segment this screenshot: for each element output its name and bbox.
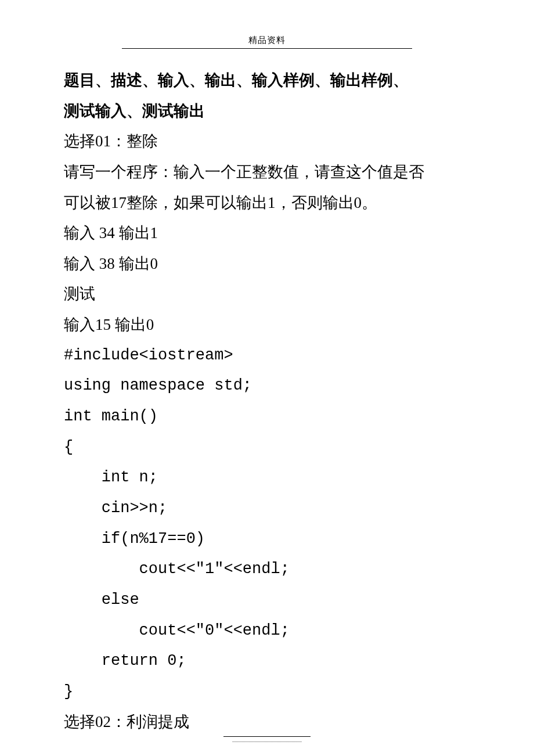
header-label: 精品资料 xyxy=(122,35,412,49)
code-line: return 0; xyxy=(64,646,470,676)
heading-line-1: 题目、描述、输入、输出、输入样例、输出样例、 xyxy=(64,65,470,96)
body-line: 输入 38 输出0 xyxy=(64,249,470,279)
body-line: 选择02：利润提成 xyxy=(64,707,470,737)
body-line: 输入 34 输出1 xyxy=(64,218,470,249)
code-line: if(n%17==0) xyxy=(64,524,470,555)
code-line: cout<<"1"<<endl; xyxy=(64,554,470,585)
body-line: 输入15 输出0 xyxy=(64,309,470,340)
code-line: #include<iostream> xyxy=(64,340,470,371)
document-page: 精品资料 题目、描述、输入、输出、输入样例、输出样例、 测试输入、测试输出 选择… xyxy=(0,0,534,756)
code-line: cout<<"0"<<endl; xyxy=(64,615,470,646)
code-line: int n; xyxy=(64,462,470,493)
code-line: int main() xyxy=(64,401,470,432)
code-line: { xyxy=(64,432,470,463)
body-line: 可以被17整除，如果可以输出1，否则输出0。 xyxy=(64,188,470,218)
body-line: 请写一个程序：输入一个正整数值，请查这个值是否 xyxy=(64,157,470,188)
code-line: cin>>n; xyxy=(64,493,470,524)
code-line: } xyxy=(64,676,470,707)
code-line: else xyxy=(64,585,470,615)
code-line: using namespace std; xyxy=(64,370,470,401)
heading-line-2: 测试输入、测试输出 xyxy=(64,96,470,127)
footer-dots: ........................................… xyxy=(223,736,311,743)
body-line: 测试 xyxy=(64,279,470,309)
body-line: 选择01：整除 xyxy=(64,126,470,157)
